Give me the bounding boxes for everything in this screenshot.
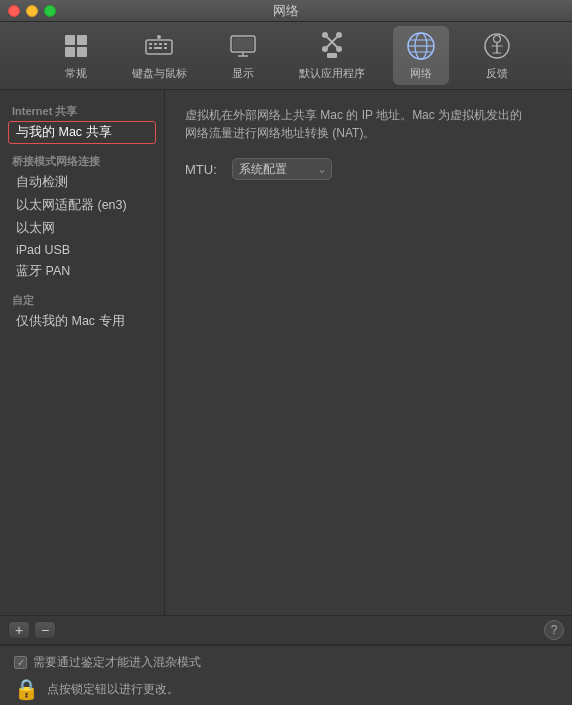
network-icon xyxy=(405,30,437,62)
maximize-button[interactable] xyxy=(44,5,56,17)
mtu-select[interactable]: 系统配置 1500 自定... xyxy=(232,158,332,180)
toolbar: 常规 键盘与鼠标 xyxy=(0,22,572,90)
toolbar-item-feedback[interactable]: 反馈 xyxy=(469,26,525,85)
default-app-label: 默认应用程序 xyxy=(299,66,365,81)
main-content: Internet 共享 与我的 Mac 共享 桥接模式网络连接 自动检测 以太网… xyxy=(0,90,572,615)
sidebar-item-ethernet-en3[interactable]: 以太网适配器 (en3) xyxy=(4,194,160,217)
svg-rect-2 xyxy=(65,47,75,57)
svg-rect-10 xyxy=(154,47,162,49)
toolbar-item-network[interactable]: 网络 xyxy=(393,26,449,85)
toolbar-item-general[interactable]: 常规 xyxy=(48,26,104,85)
help-button[interactable]: ? xyxy=(544,620,564,640)
add-button[interactable]: + xyxy=(8,621,30,639)
mtu-label: MTU: xyxy=(185,162,220,177)
window-title: 网络 xyxy=(273,2,299,20)
sidebar-item-ipad-usb[interactable]: iPad USB xyxy=(4,240,160,260)
lock-icon[interactable]: 🔒 xyxy=(14,677,39,701)
svg-rect-16 xyxy=(233,38,253,50)
display-label: 显示 xyxy=(232,66,254,81)
mtu-select-wrapper: 系统配置 1500 自定... xyxy=(232,158,332,180)
lock-text: 点按锁定钮以进行更改。 xyxy=(47,681,179,698)
sidebar-item-share-with-mac[interactable]: 与我的 Mac 共享 xyxy=(4,121,160,144)
svg-point-19 xyxy=(322,32,328,38)
svg-rect-5 xyxy=(149,43,152,45)
svg-rect-1 xyxy=(77,35,87,45)
general-label: 常规 xyxy=(65,66,87,81)
sidebar-section-internet-sharing: Internet 共享 xyxy=(0,100,164,121)
svg-point-22 xyxy=(336,46,342,52)
sidebar-section-custom: 自定 xyxy=(0,289,164,310)
svg-point-20 xyxy=(336,32,342,38)
remove-button[interactable]: − xyxy=(34,621,56,639)
svg-rect-11 xyxy=(164,47,167,49)
network-label: 网络 xyxy=(410,66,432,81)
close-button[interactable] xyxy=(8,5,20,17)
svg-point-21 xyxy=(322,46,328,52)
svg-rect-0 xyxy=(65,35,75,45)
sidebar-item-ethernet[interactable]: 以太网 xyxy=(4,217,160,240)
keyboard-icon xyxy=(143,30,175,62)
traffic-lights xyxy=(8,5,56,17)
footer: ✓ 需要通过鉴定才能进入混杂模式 🔒 点按锁定钮以进行更改。 xyxy=(0,645,572,705)
svg-rect-8 xyxy=(164,43,167,45)
checkbox-row: ✓ 需要通过鉴定才能进入混杂模式 xyxy=(14,654,558,671)
general-icon xyxy=(60,30,92,62)
svg-rect-7 xyxy=(159,43,162,45)
toolbar-item-default-app[interactable]: 默认应用程序 xyxy=(291,26,373,85)
detail-description: 虚拟机在外部网络上共享 Mac 的 IP 地址。Mac 为虚拟机发出的 网络流量… xyxy=(185,106,552,142)
svg-rect-9 xyxy=(149,47,152,49)
feedback-label: 反馈 xyxy=(486,66,508,81)
sidebar-item-mac-only[interactable]: 仅供我的 Mac 专用 xyxy=(4,310,160,333)
svg-point-30 xyxy=(493,36,500,43)
sidebar: Internet 共享 与我的 Mac 共享 桥接模式网络连接 自动检测 以太网… xyxy=(0,90,165,615)
display-icon xyxy=(227,30,259,62)
sidebar-item-auto-detect[interactable]: 自动检测 xyxy=(4,171,160,194)
promiscuous-checkbox[interactable]: ✓ xyxy=(14,656,27,669)
detail-panel: 虚拟机在外部网络上共享 Mac 的 IP 地址。Mac 为虚拟机发出的 网络流量… xyxy=(165,90,572,615)
titlebar: 网络 xyxy=(0,0,572,22)
mtu-row: MTU: 系统配置 1500 自定... xyxy=(185,158,552,180)
feedback-icon xyxy=(481,30,513,62)
toolbar-item-display[interactable]: 显示 xyxy=(215,26,271,85)
svg-rect-23 xyxy=(327,53,337,58)
default-app-icon xyxy=(316,30,348,62)
svg-rect-3 xyxy=(77,47,87,57)
keyboard-label: 键盘与鼠标 xyxy=(132,66,187,81)
svg-rect-6 xyxy=(154,43,157,45)
sidebar-item-bluetooth-pan[interactable]: 蓝牙 PAN xyxy=(4,260,160,283)
minimize-button[interactable] xyxy=(26,5,38,17)
lock-row: 🔒 点按锁定钮以进行更改。 xyxy=(14,677,558,701)
toolbar-item-keyboard[interactable]: 键盘与鼠标 xyxy=(124,26,195,85)
sidebar-section-bridge: 桥接模式网络连接 xyxy=(0,150,164,171)
checkbox-label: 需要通过鉴定才能进入混杂模式 xyxy=(33,654,201,671)
svg-point-12 xyxy=(157,35,161,39)
bottom-toolbar: + − ? xyxy=(0,615,572,645)
